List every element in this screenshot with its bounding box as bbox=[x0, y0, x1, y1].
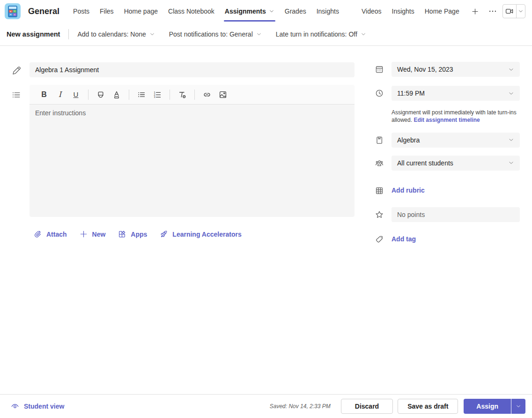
apps-button[interactable]: Apps bbox=[118, 230, 147, 239]
page-title: New assignment bbox=[7, 30, 60, 38]
attachment-actions: Attach New Apps bbox=[0, 230, 370, 239]
plus-icon bbox=[79, 230, 88, 239]
chevron-down-icon bbox=[256, 31, 262, 37]
highlight-button[interactable] bbox=[94, 88, 108, 102]
post-notifications-dropdown[interactable]: Post notifications to: General bbox=[169, 30, 262, 38]
student-view-button[interactable]: Student view bbox=[7, 402, 64, 411]
chevron-down-icon bbox=[508, 67, 514, 73]
video-camera-icon bbox=[505, 7, 514, 16]
numbered-list-button[interactable]: 1 2 3 bbox=[150, 88, 164, 102]
add-tab-button[interactable] bbox=[467, 0, 483, 22]
channel-header: +−×÷ General Posts Files Home page Class… bbox=[0, 0, 532, 22]
chevron-down-icon bbox=[508, 137, 514, 143]
assignment-form: B I U bbox=[0, 46, 370, 239]
tab-posts[interactable]: Posts bbox=[68, 0, 95, 22]
assignment-toolbar: New assignment Add to calendars: None Po… bbox=[0, 22, 532, 46]
edit-timeline-link[interactable]: Edit assignment timeline bbox=[414, 117, 480, 123]
rocket-icon bbox=[159, 230, 168, 239]
rubric-grid-icon bbox=[370, 185, 392, 195]
svg-text:3: 3 bbox=[154, 96, 155, 98]
add-tag-link[interactable]: Add tag bbox=[392, 234, 416, 244]
tab-insights[interactable]: Insights bbox=[311, 0, 344, 22]
tab-home-page[interactable]: Home page bbox=[119, 0, 163, 22]
notebook-icon bbox=[370, 133, 392, 148]
new-button[interactable]: New bbox=[79, 230, 106, 239]
italic-button[interactable]: I bbox=[53, 88, 67, 102]
points-field[interactable]: No points bbox=[392, 207, 520, 222]
assign-to-dropdown[interactable]: All current students bbox=[392, 156, 520, 171]
clear-formatting-button[interactable] bbox=[175, 88, 189, 102]
font-color-button[interactable] bbox=[110, 88, 124, 102]
channel-name: General bbox=[28, 7, 59, 16]
assignment-details: Wed, Nov 15, 2023 11:59 PM Assignment wi… bbox=[370, 46, 520, 244]
more-options-button[interactable] bbox=[483, 7, 502, 15]
pencil-icon bbox=[12, 66, 22, 77]
tab-assignments[interactable]: Assignments bbox=[220, 0, 280, 22]
instructions-editor: B I U bbox=[30, 85, 355, 217]
bulleted-list-button[interactable] bbox=[134, 88, 148, 102]
chevron-down-icon bbox=[269, 8, 274, 14]
chevron-down-icon bbox=[508, 90, 514, 97]
assignment-title-input[interactable] bbox=[30, 62, 355, 77]
tag-icon bbox=[370, 234, 392, 244]
clock-icon bbox=[370, 86, 392, 101]
calendar-icon bbox=[370, 62, 392, 77]
assign-split-button: Assign bbox=[464, 399, 525, 414]
class-team-logo: +−×÷ bbox=[5, 3, 21, 19]
assign-options-chevron[interactable] bbox=[511, 399, 525, 414]
timeline-note: Assignment will post immediately with la… bbox=[392, 109, 520, 124]
people-icon bbox=[370, 156, 392, 171]
chevron-down-icon bbox=[361, 31, 366, 37]
discard-button[interactable]: Discard bbox=[341, 399, 393, 414]
divider bbox=[68, 29, 69, 39]
attach-button[interactable]: Attach bbox=[33, 230, 67, 239]
tab-class-notebook[interactable]: Class Notebook bbox=[163, 0, 220, 22]
add-rubric-link[interactable]: Add rubric bbox=[392, 185, 425, 195]
teams-assignment-page: +−×÷ General Posts Files Home page Class… bbox=[0, 0, 532, 418]
late-turnin-notifications-dropdown[interactable]: Late turn in notifications: Off bbox=[276, 30, 366, 38]
due-time-dropdown[interactable]: 11:59 PM bbox=[392, 86, 520, 101]
chevron-down-icon bbox=[508, 160, 514, 166]
meet-options-chevron[interactable] bbox=[516, 5, 525, 18]
footer-bar: Student view Saved: Nov 14, 2:33 PM Disc… bbox=[0, 394, 532, 418]
due-date-dropdown[interactable]: Wed, Nov 15, 2023 bbox=[392, 62, 520, 77]
assign-button[interactable]: Assign bbox=[464, 399, 511, 414]
saved-status: Saved: Nov 14, 2:33 PM bbox=[270, 403, 331, 410]
meet-split-button bbox=[502, 4, 525, 18]
tab-videos[interactable]: Videos bbox=[356, 0, 387, 22]
learning-accelerators-button[interactable]: Learning Accelerators bbox=[159, 230, 241, 239]
paperclip-icon bbox=[33, 230, 42, 239]
tab-home-page-2[interactable]: Home Page bbox=[420, 0, 465, 22]
tab-insights-2[interactable]: Insights bbox=[387, 0, 420, 22]
formatting-toolbar: B I U bbox=[30, 85, 355, 104]
bold-button[interactable]: B bbox=[37, 88, 51, 102]
chevron-down-icon bbox=[149, 31, 155, 37]
insert-image-button[interactable] bbox=[216, 88, 230, 102]
instructions-textarea[interactable] bbox=[30, 104, 355, 217]
save-as-draft-button[interactable]: Save as draft bbox=[398, 399, 458, 414]
calculator-icon: +−×÷ bbox=[8, 6, 17, 17]
eye-icon bbox=[10, 402, 20, 411]
apps-icon bbox=[118, 230, 126, 239]
assignment-title-field bbox=[30, 62, 355, 77]
star-icon bbox=[370, 207, 392, 222]
insert-link-button[interactable] bbox=[200, 88, 214, 102]
instructions-list-icon bbox=[11, 90, 21, 217]
tab-files[interactable]: Files bbox=[95, 0, 119, 22]
class-dropdown[interactable]: Algebra bbox=[392, 133, 520, 148]
instructions-body bbox=[30, 104, 355, 217]
underline-button[interactable]: U bbox=[69, 88, 83, 102]
add-to-calendars-dropdown[interactable]: Add to calendars: None bbox=[77, 30, 155, 38]
meet-now-button[interactable] bbox=[503, 5, 516, 18]
tab-grades[interactable]: Grades bbox=[280, 0, 311, 22]
